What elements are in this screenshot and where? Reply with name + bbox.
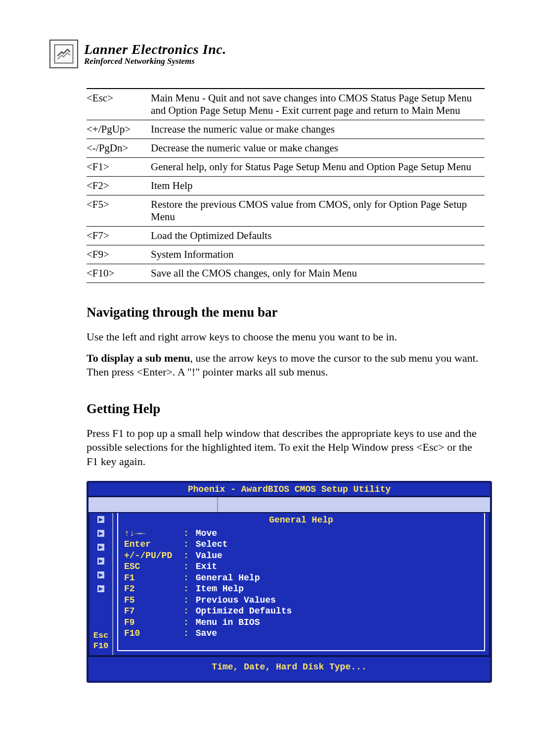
nav-paragraph-1: Use the left and right arrow keys to cho… xyxy=(87,330,485,344)
shortcut-key-cell: <F9> xyxy=(87,245,151,264)
triangle-right-icon: ▶ xyxy=(97,558,104,565)
bios-help-row: +/-/PU/PD:Value xyxy=(118,550,484,562)
bios-help-row: ↑↓→←:Move xyxy=(118,528,484,539)
shortcut-desc-cell: Restore the previous CMOS value from CMO… xyxy=(151,195,485,227)
bios-help-desc: General Help xyxy=(196,572,260,584)
colon-separator: : xyxy=(183,550,189,562)
table-row: <Esc>Main Menu - Quit and not save chang… xyxy=(87,89,485,120)
shortcut-key-cell: <+/PgUp> xyxy=(87,120,151,139)
bios-help-row: F9:Menu in BIOS xyxy=(118,617,484,628)
bios-titlebar: Phoenix - AwardBIOS CMOS Setup Utility xyxy=(89,483,490,497)
bios-help-key: ↑↓→← xyxy=(124,528,183,539)
colon-separator: : xyxy=(183,617,189,628)
side-key-f10: F10 xyxy=(93,642,109,651)
shortcut-desc-cell: Main Menu - Quit and not save changes in… xyxy=(151,89,485,120)
bios-help-key: +/-/PU/PD xyxy=(124,550,183,562)
shortcut-desc-cell: Increase the numeric value or make chang… xyxy=(151,120,485,139)
brand-logo-icon xyxy=(49,40,78,68)
bios-help-row: F5:Previous Values xyxy=(118,595,484,606)
table-row: <F7>Load the Optimized Defaults xyxy=(87,227,485,245)
bios-help-row: Enter:Select xyxy=(118,539,484,550)
colon-separator: : xyxy=(183,572,189,584)
brand-text: Lanner Electronics Inc. Reinforced Netwo… xyxy=(84,42,226,66)
bios-tab-strip xyxy=(89,497,490,513)
bios-help-key: F10 xyxy=(124,628,183,639)
side-key-esc: Esc xyxy=(93,631,109,641)
bios-help-desc: Item Help xyxy=(196,583,244,595)
key-shortcuts-table: <Esc>Main Menu - Quit and not save chang… xyxy=(87,88,485,283)
bios-help-desc: Save xyxy=(196,628,217,639)
triangle-right-icon: ▶ xyxy=(97,585,104,592)
bios-help-row: ESC:Exit xyxy=(118,561,484,572)
bios-window: Phoenix - AwardBIOS CMOS Setup Utility ▶… xyxy=(87,481,492,683)
brand-name: Lanner Electronics Inc. xyxy=(84,42,226,57)
bios-help-desc: Select xyxy=(196,539,228,550)
bios-help-desc: Value xyxy=(196,550,222,562)
bios-help-key: F7 xyxy=(124,606,183,617)
bios-help-key: F9 xyxy=(124,617,183,628)
bios-help-desc: Move xyxy=(196,528,217,539)
help-paragraph-1: Press F1 to pop up a small help window t… xyxy=(87,426,485,469)
bios-help-row: F2:Item Help xyxy=(118,583,484,595)
brand-tagline: Reinforced Networking Systems xyxy=(84,56,226,66)
shortcut-key-cell: <F2> xyxy=(87,177,151,195)
bios-help-desc: Optimized Defaults xyxy=(196,606,292,617)
brand-name-suffix: Electronics Inc. xyxy=(128,42,226,57)
section-heading-help: Getting Help xyxy=(87,401,485,417)
triangle-right-icon: ▶ xyxy=(97,571,104,578)
bios-help-row: F1:General Help xyxy=(118,572,484,584)
shortcut-desc-cell: Load the Optimized Defaults xyxy=(151,227,485,245)
table-row: <F9>System Information xyxy=(87,245,485,264)
shortcut-key-cell: <F7> xyxy=(87,227,151,245)
bios-help-key: F2 xyxy=(124,583,183,595)
table-row: <F2>Item Help xyxy=(87,177,485,195)
table-row: <F10>Save all the CMOS changes, only for… xyxy=(87,264,485,283)
shortcut-key-cell: <F10> xyxy=(87,264,151,283)
page-header: Lanner Electronics Inc. Reinforced Netwo… xyxy=(49,40,485,68)
bios-side-column: ▶ ▶ ▶ ▶ ▶ ▶ Esc F10 xyxy=(89,513,113,655)
bios-help-desc: Previous Values xyxy=(196,595,276,606)
shortcut-desc-cell: System Information xyxy=(151,245,485,264)
triangle-right-icon: ▶ xyxy=(97,544,104,551)
bios-help-desc: Exit xyxy=(196,561,217,572)
shortcut-desc-cell: Item Help xyxy=(151,177,485,195)
shortcut-key-cell: <F1> xyxy=(87,158,151,177)
bios-help-key: ESC xyxy=(124,561,183,572)
table-row: <-/PgDn>Decrease the numeric value or ma… xyxy=(87,139,485,158)
bios-tab-divider xyxy=(217,497,218,512)
table-row: <+/PgUp>Increase the numeric value or ma… xyxy=(87,120,485,139)
bios-help-key: F5 xyxy=(124,595,183,606)
colon-separator: : xyxy=(183,561,189,572)
brand-name-prefix: Lanner xyxy=(84,42,128,57)
nav-paragraph-2: To display a sub menu, use the arrow key… xyxy=(87,351,485,379)
nav-p2-bold: To display a sub menu xyxy=(87,352,190,364)
bios-footer: Time, Date, Hard Disk Type... xyxy=(89,656,490,681)
shortcut-key-cell: <F5> xyxy=(87,195,151,227)
table-row: <F5>Restore the previous CMOS value from… xyxy=(87,195,485,227)
shortcut-key-cell: <Esc> xyxy=(87,89,151,120)
bios-help-row: F10:Save xyxy=(118,628,484,639)
bios-help-desc: Menu in BIOS xyxy=(196,617,260,628)
shortcut-desc-cell: Decrease the numeric value or make chang… xyxy=(151,139,485,158)
colon-separator: : xyxy=(183,606,189,617)
bios-help-key: F1 xyxy=(124,572,183,584)
colon-separator: : xyxy=(183,583,189,595)
shortcut-desc-cell: General help, only for Status Page Setup… xyxy=(151,158,485,177)
shortcut-desc-cell: Save all the CMOS changes, only for Main… xyxy=(151,264,485,283)
triangle-right-icon: ▶ xyxy=(97,530,104,537)
bios-help-key: Enter xyxy=(124,539,183,550)
bios-help-panel: General Help ↑↓→←:MoveEnter:Select+/-/PU… xyxy=(117,512,485,651)
triangle-right-icon: ▶ xyxy=(97,516,104,523)
bios-help-row: F7:Optimized Defaults xyxy=(118,606,484,617)
table-row: <F1>General help, only for Status Page S… xyxy=(87,158,485,177)
bios-help-title: General Help xyxy=(118,513,484,528)
colon-separator: : xyxy=(183,528,189,539)
colon-separator: : xyxy=(183,539,189,550)
colon-separator: : xyxy=(183,628,189,639)
colon-separator: : xyxy=(183,595,189,606)
bios-body: ▶ ▶ ▶ ▶ ▶ ▶ Esc F10 General Help ↑↓→←:Mo… xyxy=(89,513,490,656)
section-heading-nav: Navigating through the menu bar xyxy=(87,305,485,320)
shortcut-key-cell: <-/PgDn> xyxy=(87,139,151,158)
